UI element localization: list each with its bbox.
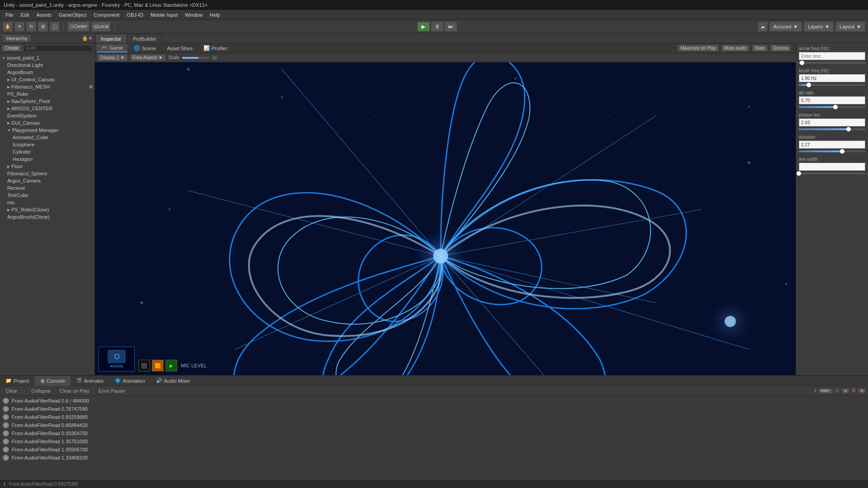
hierarchy-item-uicanvas[interactable]: ▶ UI_Control_Canvas — [0, 76, 94, 83]
cloud-btn[interactable]: ☁ — [758, 22, 768, 32]
collapse-btn[interactable]: Collapse — [28, 388, 53, 394]
hierarchy-item-testcube[interactable]: TestCube — [0, 192, 94, 199]
hierarchy-item-argoscenter[interactable]: ▶ ARGOS_CENTER — [0, 105, 94, 112]
gizmos-btn[interactable]: Gizmos — [770, 45, 791, 52]
center-btn[interactable]: ⬡ Center — [67, 22, 90, 32]
hierarchy-item-dirlight[interactable]: Directional Light — [0, 61, 94, 69]
brush-freq-input[interactable] — [799, 74, 865, 82]
scale-tool-btn[interactable]: ⊞ — [38, 22, 48, 32]
console-line[interactable]: i From AudioFilterRead 1.35751000 — [0, 437, 868, 446]
hierarchy-item-hexagon[interactable]: Hexagon — [0, 155, 94, 163]
tab-scene[interactable]: 🌐 Scene — [129, 44, 160, 52]
hierarchy-item-fibmesh[interactable]: ▶ Fibonacci_MESH — [0, 83, 94, 90]
mute-audio-btn[interactable]: Mute audio — [722, 45, 749, 52]
hierarchy-item-fibsphere[interactable]: Fibonacci_Sphere — [0, 170, 94, 177]
aspect-select[interactable]: Free Aspect ▼ — [130, 54, 165, 61]
clear-btn[interactable]: Clear — [3, 388, 20, 394]
local-btn[interactable]: ◎ Local — [91, 22, 111, 32]
menu-mobileinput[interactable]: Mobile Input — [147, 11, 181, 19]
menu-window[interactable]: Window — [181, 11, 206, 19]
duration-slider[interactable] — [799, 150, 865, 152]
account-btn[interactable]: Account ▼ — [769, 22, 802, 32]
step-btn[interactable]: ⏭ — [444, 22, 457, 32]
play-green-btn[interactable]: ▶ — [165, 360, 177, 371]
hierarchy-search-input[interactable] — [24, 45, 93, 52]
log-text: From AudioFilterRead 0.83259880 — [12, 414, 88, 420]
hierarchy-item-eventsys[interactable]: EventSystem — [0, 112, 94, 119]
tab-audiomixer[interactable]: 🔊 Audio Mixer — [151, 376, 196, 386]
layout-btn[interactable]: Layout ▼ — [835, 22, 865, 32]
audiomixer-tab-label: Audio Mixer — [164, 378, 190, 384]
svg-point-37 — [608, 68, 610, 70]
rotate-tool-btn[interactable]: ↻ — [26, 22, 36, 32]
hierarchy-item-animcube[interactable]: Animated_Cube — [0, 134, 94, 141]
hierarchy-item-receive[interactable]: Receive — [0, 184, 94, 192]
phasor-len-input[interactable] — [799, 118, 865, 127]
clear-on-play-btn[interactable]: Clear on Play — [57, 388, 92, 394]
ab-ratio-input[interactable] — [799, 96, 865, 104]
tab-game[interactable]: 🎮 Game — [97, 44, 127, 52]
tab-project[interactable]: 📁 Project — [0, 376, 34, 386]
line-width-input[interactable] — [799, 163, 865, 171]
hierarchy-item-root[interactable]: ▼ sound_paint_1 — [0, 54, 94, 61]
ab-ratio-slider[interactable] — [799, 106, 865, 108]
hierarchy-item-psrider[interactable]: PS_Rider — [0, 90, 94, 98]
hierarchy-item-argosbrushclone[interactable]: ArgosBrush(Clone) — [0, 213, 94, 221]
tab-assetstore[interactable]: Asset Store — [162, 45, 197, 52]
tab-profiler[interactable]: 📊 Profiler — [199, 44, 232, 52]
hierarchy-menu-icon[interactable]: ≡ — [89, 35, 92, 41]
layers-btn[interactable]: Layers ▼ — [804, 22, 834, 32]
hierarchy-item-navpivot[interactable]: ▶ NavSphere_Pivot — [0, 98, 94, 105]
maximize-on-play-btn[interactable]: Maximize on Play — [678, 45, 718, 52]
hierarchy-item-argosbrush[interactable]: ArgosBrush — [0, 69, 94, 76]
hierarchy-lock-icon[interactable]: 🔒 — [82, 35, 88, 41]
tab-inspector[interactable]: Inspector — [95, 34, 127, 43]
menu-gameobject[interactable]: GameObject — [55, 11, 90, 19]
menu-assets[interactable]: Assets — [33, 11, 55, 19]
hierarchy-item-pgmgr[interactable]: ▼ Playground Manager — [0, 127, 94, 134]
pause-btn[interactable]: ⏸ — [431, 22, 443, 32]
console-line[interactable]: i From AudioFilterRead 1.33468100 — [0, 454, 868, 462]
console-line[interactable]: i From AudioFilterRead 1.05505700 — [0, 446, 868, 454]
hierarchy-tab[interactable]: Hierarchy — [3, 35, 32, 42]
brush-freq-slider[interactable] — [799, 84, 865, 86]
console-line[interactable]: i From AudioFilterRead 0.93304750 — [0, 429, 868, 437]
display-select[interactable]: Display 1 ▼ — [98, 54, 127, 61]
tab-console[interactable]: 🖥 Console — [34, 376, 70, 386]
hierarchy-item-argoscam[interactable]: Argos_Camera — [0, 177, 94, 184]
menu-component[interactable]: Component — [90, 11, 123, 19]
error-pause-btn[interactable]: Error Pause — [96, 388, 128, 394]
hierarchy-item-label: Fibonacci_Sphere — [7, 171, 47, 176]
phasor-len-slider[interactable] — [799, 128, 865, 130]
hierarchy-item-psriderclone[interactable]: ▶ PS_Rider(Clone) — [0, 206, 94, 213]
play-btn[interactable]: ▶ — [417, 22, 430, 32]
duration-input[interactable] — [799, 141, 865, 149]
menu-objio[interactable]: OBJ-IO — [123, 11, 147, 19]
stats-btn[interactable]: Stats — [752, 45, 768, 52]
rect-tool-btn[interactable]: ▢ — [50, 22, 60, 32]
menu-help[interactable]: Help — [206, 11, 224, 19]
console-line[interactable]: i From AudioFilterRead 0.6 / 484000 — [0, 397, 868, 405]
orange-btn[interactable]: 🟧 — [152, 360, 164, 371]
menu-file[interactable]: File — [2, 11, 17, 19]
console-line[interactable]: i From AudioFilterRead 0.83259880 — [0, 413, 868, 421]
scale-slider[interactable] — [182, 57, 209, 59]
arrow-freq-slider[interactable] — [799, 62, 865, 64]
hierarchy-item-icosphere[interactable]: Icosphere — [0, 141, 94, 148]
arrow-freq-input[interactable] — [799, 52, 865, 60]
hierarchy-item-guicanvas[interactable]: ▶ GUI_Canvas — [0, 119, 94, 127]
hierarchy-item-cylinder[interactable]: Cylinder — [0, 148, 94, 155]
hand-tool-btn[interactable]: ✋ — [3, 22, 13, 32]
console-line[interactable]: i From AudioFilterRead 0.78747590 — [0, 405, 868, 413]
menu-edit[interactable]: Edit — [17, 11, 33, 19]
console-line[interactable]: i From AudioFilterRead 0.85884420 — [0, 421, 868, 429]
black-square-btn[interactable]: ⬛ — [138, 360, 150, 371]
line-width-slider[interactable] — [799, 173, 865, 174]
hierarchy-item-floor[interactable]: ▶ Floor — [0, 163, 94, 170]
hierarchy-item-mic[interactable]: mic — [0, 199, 94, 206]
tab-animation[interactable]: 🔷 Animation — [109, 376, 151, 386]
tab-probuilder[interactable]: ProBuilder — [127, 34, 162, 43]
hierarchy-create-btn[interactable]: Create — [2, 45, 22, 52]
move-tool-btn[interactable]: ✛ — [14, 22, 24, 32]
tab-animator[interactable]: 🎬 Animator — [71, 376, 109, 386]
